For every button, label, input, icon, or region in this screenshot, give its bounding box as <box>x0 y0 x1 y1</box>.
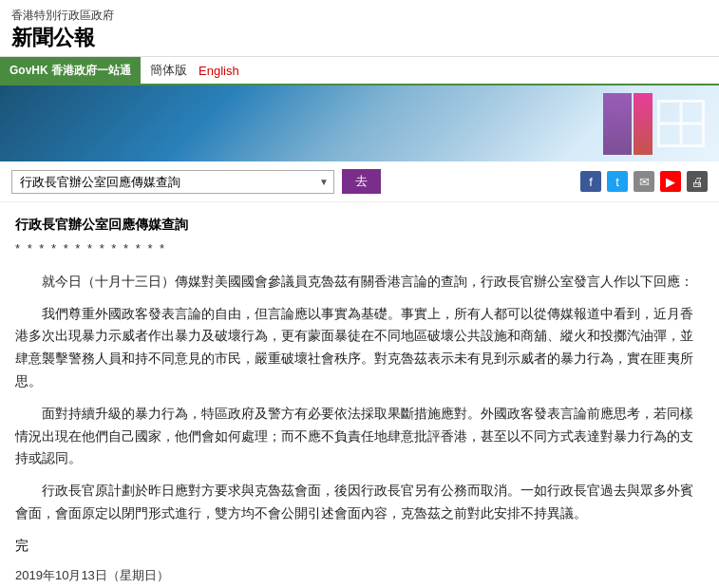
facebook-icon[interactable]: f <box>580 171 601 192</box>
article-paragraph-1: 就今日（十月十三日）傳媒對美國國會參議員克魯茲有關香港言論的查詢，行政長官辦公室… <box>15 271 704 294</box>
social-icons: f t ✉ ▶ 🖨 <box>580 171 708 192</box>
article-paragraph-4: 行政長官原計劃於昨日應對方要求與克魯茲會面，後因行政長官另有公務而取消。一如行政… <box>15 480 704 525</box>
header-subtitle: 香港特別行政區政府 <box>11 8 708 24</box>
nav-links: 簡体版 English <box>141 57 249 84</box>
banner-overlay <box>529 85 719 161</box>
banner-logo <box>653 95 710 152</box>
banner-purple-block <box>603 93 632 155</box>
youtube-icon[interactable]: ▶ <box>660 171 681 192</box>
article-end-marker: 完 <box>15 535 704 558</box>
banner-logo-inner <box>657 100 705 147</box>
category-select[interactable]: 行政長官辦公室回應傳媒查詢 <box>11 170 334 194</box>
banner-pink-block <box>634 93 653 155</box>
article-paragraph-3: 面對持續升級的暴力行為，特區政府及警方有必要依法採取果斷措施應對。外國政客發表言… <box>15 403 704 470</box>
govhk-link[interactable]: GovHK 香港政府一站通 <box>0 57 141 84</box>
simplified-chinese-link[interactable]: 簡体版 <box>150 62 187 79</box>
article-title: 行政長官辦公室回應傳媒查詢 <box>15 214 704 237</box>
article-stars: * * * * * * * * * * * * * <box>15 238 704 259</box>
email-icon[interactable]: ✉ <box>634 171 654 192</box>
govhk-label: GovHK 香港政府一站通 <box>9 63 131 79</box>
english-link[interactable]: English <box>199 64 239 78</box>
go-button[interactable]: 去 <box>342 169 381 194</box>
page-header: 香港特別行政區政府 新聞公報 <box>0 0 719 57</box>
twitter-icon[interactable]: t <box>607 171 628 192</box>
print-icon[interactable]: 🖨 <box>687 171 708 192</box>
banner <box>0 85 719 161</box>
article-content: 行政長官辦公室回應傳媒查詢 * * * * * * * * * * * * * … <box>0 202 719 588</box>
category-select-wrapper: 行政長官辦公室回應傳媒查詢 ▼ <box>11 170 334 194</box>
header-title: 新聞公報 <box>11 24 708 52</box>
article-date-line1: 2019年10月13日（星期日） <box>15 565 704 586</box>
nav-bar: GovHK 香港政府一站通 簡体版 English <box>0 57 719 85</box>
toolbar: 行政長官辦公室回應傳媒查詢 ▼ 去 f t ✉ ▶ 🖨 <box>0 161 719 202</box>
article-paragraph-2: 我們尊重外國政客發表言論的自由，但言論應以事實為基礎。事實上，所有人都可以從傳媒… <box>15 303 704 393</box>
